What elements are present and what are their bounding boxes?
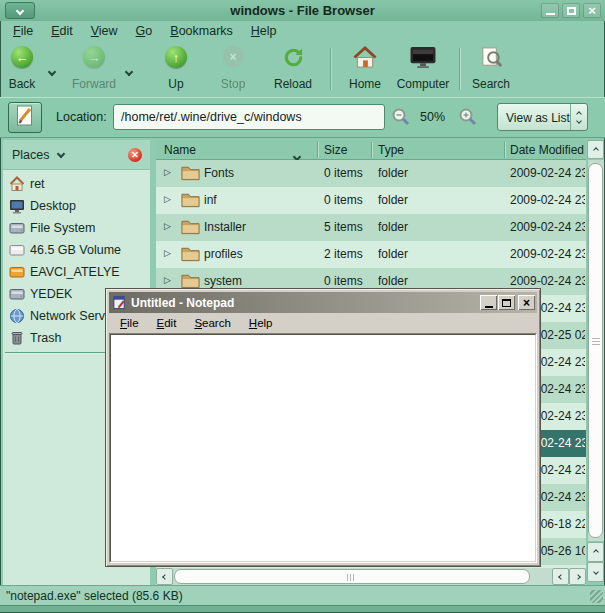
- sidebar-item-46-5-gb-volume[interactable]: 46.5 GB Volume: [3, 239, 150, 261]
- file-name: system: [204, 274, 242, 288]
- file-name: Installer: [204, 220, 246, 234]
- notepad-icon: [112, 295, 127, 310]
- menu-item-file[interactable]: File: [10, 23, 36, 39]
- usb-drive-icon: [9, 264, 25, 280]
- edit-location-button[interactable]: [8, 102, 42, 133]
- expand-triangle-icon[interactable]: ▷: [164, 221, 171, 231]
- file-type: folder: [378, 193, 408, 207]
- maximize-icon: [502, 299, 511, 307]
- reload-button[interactable]: Reload: [269, 45, 317, 93]
- window-bottom-edge: [0, 605, 605, 613]
- watermark: www.dijitalders.com: [150, 436, 458, 470]
- sidebar-item-eavci-atelye[interactable]: EAVCI_ATELYE: [3, 261, 150, 283]
- location-label: Location:: [56, 110, 107, 124]
- forward-button[interactable]: → Forward: [70, 45, 118, 93]
- thumb-grip: [592, 338, 600, 347]
- menu-item-go[interactable]: Go: [133, 23, 156, 39]
- menu-item-bookmarks[interactable]: Bookmarks: [167, 23, 236, 39]
- file-date: 2009-02-24 23:2: [510, 247, 585, 261]
- computer-button[interactable]: Computer: [393, 45, 453, 93]
- menu-item-edit[interactable]: Edit: [48, 23, 76, 39]
- table-row[interactable]: ▷inf0 itemsfolder2009-02-24 23:2: [156, 187, 586, 214]
- scroll-up-button-secondary[interactable]: [587, 542, 604, 562]
- column-header-type[interactable]: Type: [378, 143, 404, 157]
- trash-icon: [9, 330, 25, 346]
- minimize-button[interactable]: [541, 3, 559, 18]
- maximize-button[interactable]: [562, 3, 580, 18]
- notepad-maximize-button[interactable]: [498, 295, 515, 310]
- close-sidebar-button[interactable]: ✕: [128, 148, 142, 162]
- column-divider[interactable]: [371, 142, 373, 158]
- search-button[interactable]: Search: [469, 45, 513, 93]
- scroll-down-button[interactable]: [587, 562, 604, 582]
- scroll-up-button[interactable]: [587, 140, 604, 159]
- scrollbar-thumb[interactable]: [174, 569, 530, 584]
- notepad-menu-item-search[interactable]: Search: [189, 317, 235, 329]
- chevron-left-icon: [558, 574, 564, 580]
- location-bar: Location: 50% View as List: [0, 97, 605, 138]
- table-row[interactable]: ▷Fonts0 itemsfolder2009-02-24 23:2: [156, 160, 586, 187]
- notepad-menu-item-edit[interactable]: Edit: [152, 317, 182, 329]
- view-mode-select[interactable]: View as List: [497, 103, 588, 131]
- notepad-window[interactable]: Untitled - Notepad × FileEditSearchHelp: [105, 288, 541, 567]
- forward-icon: →: [83, 46, 105, 68]
- notepad-menu-item-help[interactable]: Help: [244, 317, 278, 329]
- forward-history-dropdown[interactable]: [126, 61, 132, 79]
- resize-grip[interactable]: [590, 590, 603, 603]
- zoom-out-icon[interactable]: [391, 107, 411, 131]
- chevron-down-icon: [48, 68, 56, 76]
- horizontal-scrollbar[interactable]: [156, 568, 586, 585]
- location-input[interactable]: [113, 104, 385, 130]
- column-header-name[interactable]: Name: [164, 143, 196, 157]
- scrollbar-thumb[interactable]: [588, 163, 603, 538]
- window-title: windows - File Browser: [0, 3, 605, 18]
- notepad-minimize-button[interactable]: [480, 295, 497, 310]
- back-button[interactable]: ← Back: [0, 45, 44, 93]
- file-type: folder: [378, 166, 408, 180]
- zoom-in-icon[interactable]: [458, 107, 478, 131]
- notepad-close-button[interactable]: ×: [518, 295, 535, 310]
- notepad-titlebar[interactable]: Untitled - Notepad ×: [109, 292, 537, 313]
- expand-triangle-icon[interactable]: ▷: [164, 167, 171, 177]
- table-row[interactable]: ▷Installer5 itemsfolder2009-02-24 23:2: [156, 214, 586, 241]
- notepad-menu-item-file[interactable]: File: [115, 317, 144, 329]
- menu-item-help[interactable]: Help: [248, 23, 280, 39]
- column-header-date[interactable]: Date Modified: [510, 143, 584, 157]
- close-button[interactable]: ×: [583, 3, 601, 18]
- file-size: 0 items: [324, 166, 370, 180]
- sidebar-item-label: Trash: [30, 331, 62, 345]
- notepad-title: Untitled - Notepad: [131, 296, 234, 310]
- scroll-right-button[interactable]: [569, 568, 586, 585]
- expand-triangle-icon[interactable]: ▷: [164, 275, 171, 285]
- stop-button[interactable]: × Stop: [213, 45, 253, 93]
- home-button[interactable]: Home: [343, 45, 387, 93]
- places-title: Places: [12, 148, 50, 162]
- view-mode-value: View as List: [506, 111, 570, 125]
- file-date: 2009-02-24 23:2: [510, 193, 585, 207]
- file-browser-window: windows - File Browser × FileEditViewGoB…: [0, 0, 605, 613]
- column-divider[interactable]: [317, 142, 319, 158]
- sidebar-item-ret[interactable]: ret: [3, 173, 150, 195]
- column-divider[interactable]: [504, 142, 506, 158]
- expand-triangle-icon[interactable]: ▷: [164, 248, 171, 258]
- chevron-up-icon: [593, 147, 599, 153]
- sidebar-item-label: ret: [30, 177, 45, 191]
- status-text: "notepad.exe" selected (85.6 KB): [6, 589, 183, 603]
- table-row[interactable]: ▷profiles2 itemsfolder2009-02-24 23:2: [156, 241, 586, 268]
- chevron-up-icon: [593, 549, 599, 555]
- notepad-menubar: FileEditSearchHelp: [109, 313, 537, 333]
- sidebar-item-desktop[interactable]: Desktop: [3, 195, 150, 217]
- network-icon: [9, 308, 25, 324]
- up-button[interactable]: ↑ Up: [158, 45, 194, 93]
- sidebar-item-file-system[interactable]: File System: [3, 217, 150, 239]
- places-header[interactable]: Places ✕: [3, 140, 150, 170]
- column-header-size[interactable]: Size: [324, 143, 347, 157]
- expand-triangle-icon[interactable]: ▷: [164, 194, 171, 204]
- folder-icon: [180, 164, 201, 184]
- sidebar-item-label: YEDEK: [30, 287, 72, 301]
- scroll-left-button[interactable]: [156, 568, 173, 585]
- chevron-right-icon: [575, 574, 581, 580]
- back-history-dropdown[interactable]: [49, 61, 55, 79]
- menu-item-view[interactable]: View: [88, 23, 121, 39]
- scroll-left-button-secondary[interactable]: [552, 568, 569, 585]
